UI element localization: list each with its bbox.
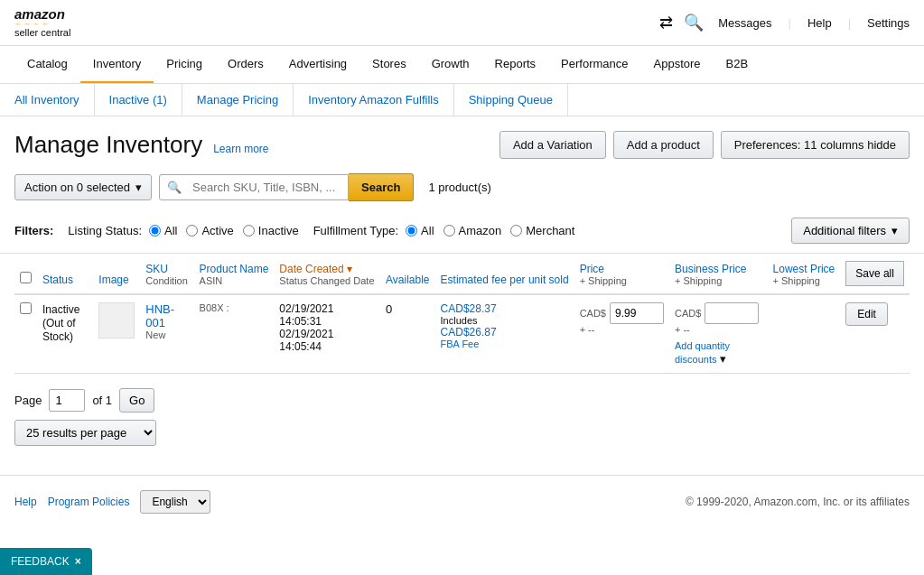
transfer-icon[interactable]: ⇄ bbox=[659, 13, 673, 32]
top-nav-right: ⇄ 🔍 Messages | Help | Settings bbox=[659, 13, 910, 32]
pagination: Page of 1 Go 25 results per page 50 resu… bbox=[0, 374, 924, 460]
help-link[interactable]: Help bbox=[807, 16, 832, 30]
listing-all-radio[interactable]: All bbox=[149, 224, 177, 237]
go-button[interactable]: Go bbox=[119, 388, 154, 413]
action-label: Action on 0 selected bbox=[24, 181, 130, 194]
row-actions-cell: Edit bbox=[840, 294, 910, 374]
row-checkbox-cell[interactable] bbox=[14, 294, 37, 374]
available-header: Available bbox=[380, 254, 434, 294]
add-qty-arrow: ▾ bbox=[720, 352, 726, 366]
product-header: Product Name ASIN bbox=[194, 254, 275, 294]
price-header: Price + Shipping bbox=[574, 254, 669, 294]
nav-b2b[interactable]: B2B bbox=[714, 46, 761, 83]
product-image bbox=[98, 302, 135, 339]
fulfillment-amazon-radio[interactable]: Amazon bbox=[443, 224, 502, 237]
fee-main: CAD$28.37 bbox=[441, 302, 569, 315]
results-per-page: 25 results per page 50 results per page … bbox=[14, 420, 156, 446]
nav-stores[interactable]: Stores bbox=[359, 46, 419, 83]
settings-link[interactable]: Settings bbox=[867, 16, 910, 30]
table-container: Status Image SKU Condition Product Name … bbox=[0, 254, 924, 374]
subnav-all-inventory[interactable]: All Inventory bbox=[14, 84, 95, 116]
row-product-cell: B08X : bbox=[194, 294, 275, 374]
filters-bar: Filters: Listing Status: All Active Inac… bbox=[0, 209, 924, 254]
fulfillment-merchant-radio[interactable]: Merchant bbox=[510, 224, 574, 237]
row-status: Inactive (Out of Stock) bbox=[42, 303, 79, 343]
results-select[interactable]: 25 results per page 50 results per page … bbox=[14, 420, 156, 446]
learn-more-link[interactable]: Learn more bbox=[213, 143, 268, 155]
footer-program-policies-link[interactable]: Program Policies bbox=[48, 496, 130, 508]
listing-status-group: Listing Status: All Active Inactive bbox=[68, 224, 298, 237]
subnav-amazon-fulfills[interactable]: Inventory Amazon Fulfills bbox=[294, 84, 454, 116]
save-all-button[interactable]: Save all bbox=[845, 261, 904, 286]
fulfillment-label: Fulfillment Type: bbox=[313, 224, 398, 237]
nav-appstore[interactable]: Appstore bbox=[641, 46, 714, 83]
price-currency: CAD$ bbox=[580, 308, 608, 319]
search-button[interactable]: Search bbox=[349, 173, 414, 201]
add-variation-button[interactable]: Add a Variation bbox=[499, 131, 606, 159]
nav-performance[interactable]: Performance bbox=[548, 46, 640, 83]
fulfillment-radio-group: All Amazon Merchant bbox=[406, 224, 574, 237]
fee-fba: CAD$26.87 bbox=[441, 326, 569, 339]
row-business-price-cell: CAD$ + -- Add quantity discounts ▾ bbox=[669, 294, 768, 374]
business-price-header: Business Price + Shipping bbox=[669, 254, 768, 294]
nav-pricing[interactable]: Pricing bbox=[154, 46, 215, 83]
asin-text: B08X : bbox=[200, 302, 269, 313]
product-count: 1 product(s) bbox=[428, 181, 490, 194]
listing-radio-group: All Active Inactive bbox=[149, 224, 299, 237]
action-select[interactable]: Action on 0 selected ▾ bbox=[14, 174, 152, 200]
edit-button[interactable]: Edit bbox=[845, 302, 888, 326]
action-dropdown-icon: ▾ bbox=[135, 181, 142, 194]
fulfillment-all-radio[interactable]: All bbox=[406, 224, 434, 237]
row-image-cell bbox=[93, 294, 140, 374]
language-select[interactable]: English bbox=[140, 490, 210, 514]
sub-nav: All Inventory Inactive (1) Manage Pricin… bbox=[0, 84, 924, 116]
amazon-logo: amazon ～～～～ seller central bbox=[14, 7, 70, 38]
listing-status-label: Listing Status: bbox=[68, 224, 142, 237]
subnav-inactive[interactable]: Inactive (1) bbox=[95, 84, 182, 116]
fba-fee-label[interactable]: FBA Fee bbox=[441, 339, 569, 349]
row-date-cell: 02/19/2021 14:05:31 02/19/2021 14:05:44 bbox=[274, 294, 380, 374]
page-title: Manage Inventory bbox=[14, 131, 202, 159]
messages-link[interactable]: Messages bbox=[718, 16, 771, 30]
nav-orders[interactable]: Orders bbox=[215, 46, 276, 83]
additional-filters-button[interactable]: Additional filters ▾ bbox=[791, 218, 910, 244]
business-price-inner: CAD$ bbox=[675, 302, 762, 324]
add-qty-cell: Add quantity discounts ▾ bbox=[675, 339, 762, 366]
business-plus-minus: + -- bbox=[675, 324, 762, 335]
additional-filters-label: Additional filters bbox=[803, 224, 886, 237]
footer-help-link[interactable]: Help bbox=[14, 496, 37, 508]
price-input[interactable] bbox=[610, 302, 664, 324]
date-created: 02/19/2021 14:05:31 bbox=[279, 302, 375, 328]
preferences-button[interactable]: Preferences: 11 columns hidde bbox=[721, 131, 910, 159]
price-inner: CAD$ bbox=[580, 302, 664, 324]
table-header-row: Status Image SKU Condition Product Name … bbox=[14, 254, 910, 294]
lowest-price-header: Lowest Price + Shipping bbox=[768, 254, 841, 294]
nav-catalog[interactable]: Catalog bbox=[14, 46, 80, 83]
nav-reports[interactable]: Reports bbox=[482, 46, 549, 83]
select-all-checkbox[interactable] bbox=[20, 272, 32, 283]
nav-growth[interactable]: Growth bbox=[419, 46, 482, 83]
search-icon[interactable]: 🔍 bbox=[684, 13, 704, 32]
row-fee-cell: CAD$28.37 Includes CAD$26.87 FBA Fee bbox=[435, 294, 574, 374]
date-header[interactable]: Date Created ▾ Status Changed Date bbox=[274, 254, 380, 294]
business-currency: CAD$ bbox=[675, 308, 703, 319]
nav-inventory[interactable]: Inventory bbox=[80, 46, 154, 83]
business-price-input[interactable] bbox=[705, 302, 759, 324]
date-changed: 02/19/2021 14:05:44 bbox=[279, 328, 375, 353]
select-all-header[interactable] bbox=[14, 254, 37, 294]
actions-header[interactable]: Save all bbox=[840, 254, 910, 294]
search-input[interactable] bbox=[189, 175, 348, 199]
sku-link[interactable]: HNB-001 bbox=[145, 302, 174, 329]
search-group: 🔍 Search bbox=[159, 173, 414, 201]
additional-filters-icon: ▾ bbox=[891, 224, 898, 237]
row-checkbox[interactable] bbox=[20, 302, 32, 314]
copyright-text: © 1999-2020, Amazon.com, Inc. or its aff… bbox=[686, 496, 910, 508]
page-input[interactable] bbox=[49, 389, 85, 412]
listing-inactive-radio[interactable]: Inactive bbox=[243, 224, 299, 237]
nav-advertising[interactable]: Advertising bbox=[276, 46, 359, 83]
listing-active-radio[interactable]: Active bbox=[186, 224, 233, 237]
add-product-button[interactable]: Add a product bbox=[613, 131, 714, 159]
subnav-shipping-queue[interactable]: Shipping Queue bbox=[454, 84, 568, 116]
toolbar: Action on 0 selected ▾ 🔍 Search 1 produc… bbox=[0, 166, 924, 209]
subnav-manage-pricing[interactable]: Manage Pricing bbox=[182, 84, 294, 116]
